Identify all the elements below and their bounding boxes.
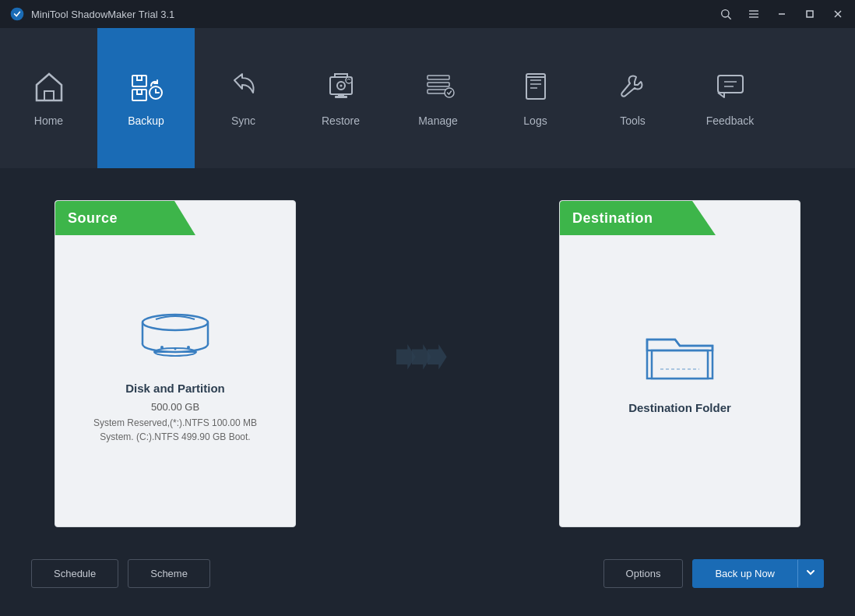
svg-rect-10 (44, 91, 54, 100)
svg-rect-31 (718, 76, 743, 93)
options-button[interactable]: Options (603, 559, 684, 588)
app-logo (9, 6, 25, 22)
schedule-button[interactable]: Schedule (31, 559, 118, 588)
nav-restore-label: Restore (322, 114, 360, 127)
maximize-button[interactable] (802, 6, 818, 22)
scheme-button[interactable]: Scheme (128, 559, 210, 588)
arrow-icon (396, 344, 459, 383)
nav-sync[interactable]: Sync (195, 28, 292, 168)
main-content: Source Disk and Partition (0, 168, 855, 616)
svg-point-21 (346, 77, 352, 83)
nav-backup[interactable]: Backup (97, 28, 195, 168)
destination-header-label: Destination (572, 210, 653, 227)
nav-bar: Home Backup Sync (0, 28, 855, 168)
arrow-area (296, 344, 559, 383)
svg-point-25 (445, 88, 454, 97)
search-icon[interactable] (718, 6, 734, 22)
bottom-bar: Schedule Scheme Options Back up Now (31, 559, 824, 600)
svg-point-1 (722, 10, 729, 17)
manage-icon (421, 69, 456, 108)
menu-icon[interactable] (746, 6, 762, 22)
svg-rect-7 (807, 11, 813, 17)
destination-title: Destination Folder (628, 401, 731, 414)
svg-point-18 (340, 85, 342, 87)
svg-point-42 (187, 346, 190, 349)
title-bar: MiniTool ShadowMaker Trial 3.1 (0, 0, 855, 28)
source-card-header: Source (55, 201, 195, 235)
source-title: Disk and Partition (125, 382, 225, 395)
svg-rect-12 (137, 76, 142, 80)
nav-tools-label: Tools (620, 114, 646, 127)
nav-home-label: Home (34, 114, 63, 127)
svg-point-41 (160, 346, 164, 349)
disk-icon (132, 299, 218, 369)
backup-now-dropdown[interactable] (797, 559, 824, 588)
svg-rect-22 (428, 76, 449, 79)
nav-tools[interactable]: Tools (584, 28, 681, 168)
logs-icon (519, 69, 553, 108)
title-bar-controls (718, 6, 846, 22)
nav-sync-label: Sync (231, 114, 255, 127)
minimize-button[interactable] (774, 6, 790, 22)
source-desc: System Reserved,(*:).NTFS 100.00 MB Syst… (82, 416, 269, 444)
bottom-left-buttons: Schedule Scheme (31, 559, 210, 588)
svg-rect-23 (428, 83, 449, 86)
nav-manage[interactable]: Manage (389, 28, 487, 168)
svg-rect-20 (338, 94, 344, 97)
nav-feedback[interactable]: Feedback (681, 28, 779, 168)
close-button[interactable] (830, 6, 846, 22)
tools-icon (616, 69, 650, 108)
bottom-right-buttons: Options Back up Now (603, 559, 824, 588)
feedback-icon (713, 69, 748, 108)
svg-rect-14 (137, 90, 142, 94)
backup-icon (129, 69, 164, 108)
folder-icon (641, 322, 719, 389)
nav-manage-label: Manage (418, 114, 458, 127)
source-card[interactable]: Source Disk and Partition (55, 200, 296, 527)
cards-row: Source Disk and Partition (31, 184, 824, 544)
nav-feedback-label: Feedback (706, 114, 754, 127)
source-size: 500.00 GB (151, 401, 199, 413)
source-header-label: Source (68, 210, 118, 227)
app-title: MiniTool ShadowMaker Trial 3.1 (31, 9, 174, 20)
title-bar-left: MiniTool ShadowMaker Trial 3.1 (9, 6, 174, 22)
svg-point-0 (11, 8, 24, 21)
sync-icon (227, 69, 261, 108)
svg-point-43 (174, 348, 177, 350)
backup-now-button[interactable]: Back up Now (692, 559, 797, 588)
nav-backup-label: Backup (128, 114, 164, 127)
home-icon (32, 69, 66, 108)
svg-line-2 (728, 16, 731, 19)
nav-logs[interactable]: Logs (487, 28, 584, 168)
destination-card[interactable]: Destination Destination Folder (559, 200, 800, 527)
nav-home[interactable]: Home (0, 28, 97, 168)
nav-restore[interactable]: Restore (292, 28, 389, 168)
svg-marker-46 (428, 344, 447, 370)
destination-card-header: Destination (560, 201, 716, 235)
restore-icon (324, 69, 358, 108)
nav-logs-label: Logs (523, 114, 547, 127)
svg-rect-35 (142, 322, 208, 344)
